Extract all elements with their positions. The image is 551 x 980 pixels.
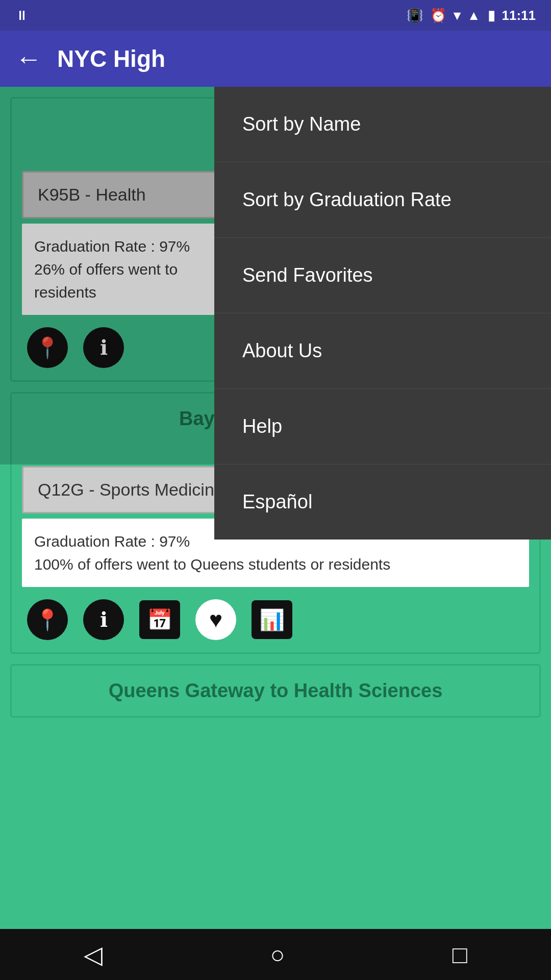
bayside-location-icon[interactable]: 📍: [27, 599, 68, 640]
menu-sort-grad[interactable]: Sort by Graduation Rate: [214, 162, 551, 238]
menu-help[interactable]: Help: [214, 389, 551, 464]
bayside-calendar-icon[interactable]: 📅: [139, 600, 180, 639]
pause-icon: ⏸: [15, 8, 29, 23]
status-left: ⏸: [15, 8, 29, 23]
nav-bar: ◁ ○ □: [0, 929, 551, 980]
menu-about-us[interactable]: About Us: [214, 313, 551, 389]
vibrate-icon: 📳: [407, 8, 423, 23]
signal-icon: ▲: [467, 8, 481, 23]
status-right: 📳 ⏰ ▾ ▲ ▮ 11:11: [407, 8, 536, 23]
overlay-dim: [0, 87, 214, 464]
bayside-info-icon[interactable]: ℹ: [83, 599, 124, 640]
status-bar: ⏸ 📳 ⏰ ▾ ▲ ▮ 11:11: [0, 0, 551, 31]
bayside-actions: 📍 ℹ 📅 ♥ 📊: [12, 594, 539, 652]
time: 11:11: [502, 8, 536, 23]
menu-espanol[interactable]: Español: [214, 464, 551, 540]
app-bar: ← NYC High: [0, 31, 551, 87]
dropdown-menu: Sort by Name Sort by Graduation Rate Sen…: [214, 87, 551, 540]
bayside-chart-icon[interactable]: 📊: [252, 600, 292, 639]
alarm-icon: ⏰: [430, 8, 446, 23]
app-title: NYC High: [57, 45, 165, 72]
school-card-queens: Queens Gateway to Health Sciences: [10, 664, 541, 718]
battery-icon: ▮: [488, 8, 495, 23]
wifi-icon: ▾: [454, 8, 460, 23]
queens-name: Queens Gateway to Health Sciences: [22, 680, 529, 702]
nav-recent-button[interactable]: □: [432, 936, 488, 974]
nav-back-button[interactable]: ◁: [63, 935, 123, 974]
nav-home-button[interactable]: ○: [249, 936, 305, 974]
back-button[interactable]: ←: [15, 43, 42, 74]
menu-sort-name[interactable]: Sort by Name: [214, 87, 551, 162]
menu-send-favorites[interactable]: Send Favorites: [214, 238, 551, 313]
bayside-favorite-icon[interactable]: ♥: [195, 599, 236, 640]
